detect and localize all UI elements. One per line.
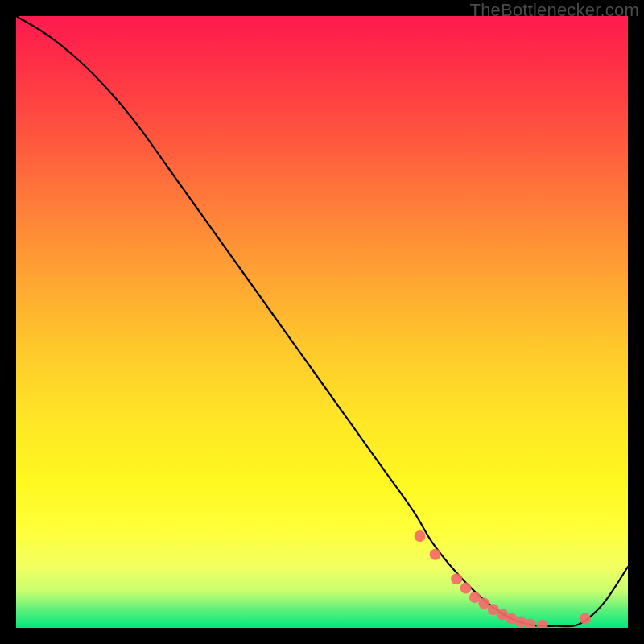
highlight-dot [460, 583, 472, 594]
bottleneck-curve [16, 16, 628, 626]
watermark-text: TheBottlenecker.com [470, 0, 639, 21]
highlight-dot [430, 549, 441, 560]
highlight-dots-group [415, 530, 591, 628]
highlight-dot [415, 530, 426, 542]
highlight-dot [451, 573, 462, 584]
chart-frame [16, 16, 628, 628]
highlight-dot [469, 592, 481, 603]
highlight-dot [580, 613, 591, 625]
plot-area [16, 16, 628, 628]
highlight-dot [537, 620, 548, 628]
highlight-dot [478, 598, 489, 609]
chart-svg [16, 16, 628, 628]
